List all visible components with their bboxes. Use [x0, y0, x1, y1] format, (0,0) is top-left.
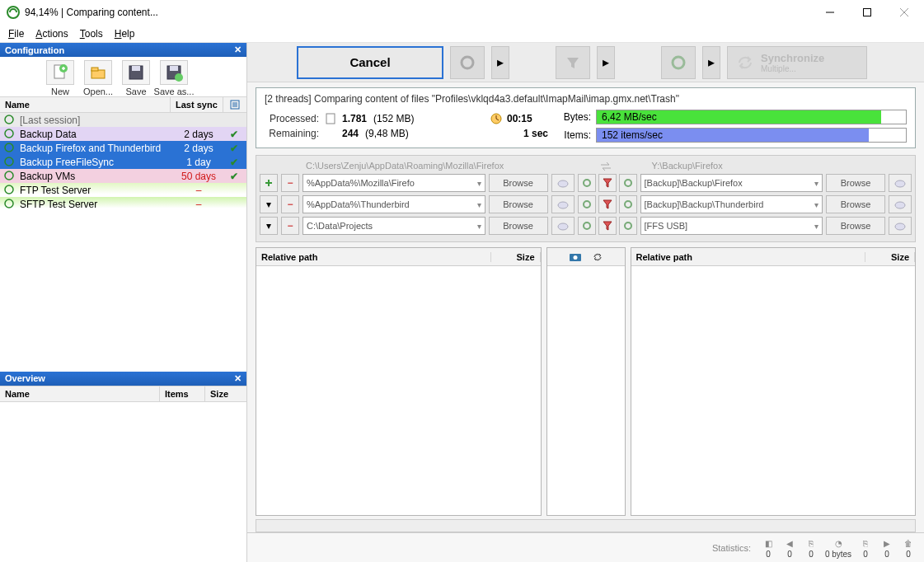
svg-point-13	[175, 73, 183, 82]
svg-rect-10	[132, 66, 140, 71]
minimize-button[interactable]	[811, 0, 848, 25]
pair-compare-button[interactable]	[578, 195, 596, 213]
pair-filter-button[interactable]	[598, 195, 617, 213]
col-name[interactable]: Name	[0, 97, 171, 112]
maximize-button[interactable]	[848, 0, 885, 25]
save-button[interactable]: Save	[119, 60, 153, 96]
left-path-combo[interactable]: %AppData%\Mozilla\Firefo	[303, 174, 485, 192]
pair-compare-button[interactable]	[578, 174, 596, 192]
cloud-left-button[interactable]	[551, 217, 575, 235]
bytes-label: Bytes:	[560, 111, 591, 123]
elapsed-time: 00:15	[507, 113, 532, 124]
file-grids: Relative pathSize Relative pathSize	[256, 247, 916, 516]
left-path-combo[interactable]: %AppData%\Thunderbird	[303, 195, 485, 213]
swap-sides-button[interactable]	[566, 159, 645, 174]
config-row[interactable]: FTP Test Server –	[0, 183, 246, 197]
stat-cell: 🗑0	[898, 536, 919, 559]
cancel-button[interactable]: Cancel	[297, 46, 443, 79]
col-last-sync[interactable]: Last sync	[171, 97, 223, 112]
ov-col-items[interactable]: Items	[160, 386, 205, 401]
sync-icon	[3, 157, 16, 168]
pair-compare-button[interactable]	[578, 217, 596, 235]
remove-pair-button[interactable]: −	[281, 174, 299, 192]
browse-left-button[interactable]: Browse	[489, 217, 548, 235]
col-relpath-left[interactable]: Relative path	[256, 252, 491, 262]
svg-rect-8	[91, 68, 98, 71]
pair-dropdown-button[interactable]: ▾	[260, 195, 278, 213]
browse-right-button[interactable]: Browse	[826, 195, 885, 213]
filter-button[interactable]	[556, 46, 590, 79]
left-path-combo[interactable]: C:\Data\Projects	[303, 217, 485, 235]
config-row[interactable]: [Last session]	[0, 113, 246, 127]
cloud-right-button[interactable]	[889, 195, 912, 213]
sync-label: Synchronize	[761, 52, 824, 64]
pair-dropdown-button[interactable]: ▾	[260, 217, 278, 235]
col-settings-icon[interactable]	[223, 97, 246, 112]
filter-dropdown[interactable]: ▸	[597, 46, 615, 79]
folder-pair-row: ▾ − C:\Data\Projects Browse [FFS USB] Br…	[260, 217, 912, 235]
pair-filter-button[interactable]	[598, 174, 617, 192]
col-relpath-right[interactable]: Relative path	[631, 252, 866, 262]
overview-close[interactable]: ✕	[234, 373, 242, 384]
add-pair-button[interactable]	[260, 174, 278, 192]
stat-icon: 🗑	[898, 536, 919, 550]
config-row[interactable]: SFTP Test Server –	[0, 197, 246, 211]
config-panel-close[interactable]: ✕	[234, 44, 242, 55]
browse-left-button[interactable]: Browse	[489, 174, 548, 192]
menubar: File Actions Tools Help	[0, 25, 924, 43]
refresh-icon[interactable]	[592, 251, 603, 263]
config-row[interactable]: Backup Firefox and Thunderbird 2 days ✔	[0, 141, 246, 155]
config-row[interactable]: Backup Data 2 days ✔	[0, 127, 246, 141]
cloud-left-button[interactable]	[551, 174, 575, 192]
menu-file[interactable]: File	[3, 26, 29, 41]
open-button[interactable]: Open...	[81, 60, 115, 96]
right-path-combo[interactable]: [FFS USB]	[640, 217, 823, 235]
config-row[interactable]: Backup FreeFileSync 1 day ✔	[0, 155, 246, 169]
pair-sync-button[interactable]	[619, 195, 637, 213]
ov-col-name[interactable]: Name	[0, 386, 160, 401]
svg-rect-2	[863, 9, 870, 16]
sync-icon	[3, 143, 16, 154]
pair-sync-button[interactable]	[619, 174, 637, 192]
middle-action-grid[interactable]	[546, 247, 626, 516]
stat-icon: ◔	[822, 536, 855, 550]
pair-filter-button[interactable]	[598, 217, 617, 235]
col-size-left[interactable]: Size	[491, 252, 541, 262]
col-size-right[interactable]: Size	[865, 252, 915, 262]
right-path-combo[interactable]: [Backup]\Backup\Thunderbird	[640, 195, 823, 213]
remaining-size: (9,48 MB)	[365, 128, 409, 139]
left-file-grid[interactable]: Relative pathSize	[256, 247, 542, 516]
config-row[interactable]: Backup VMs 50 days ✔	[0, 169, 246, 183]
cloud-right-button[interactable]	[889, 174, 912, 192]
new-button[interactable]: New	[43, 60, 77, 96]
synchronize-button[interactable]: Synchronize Multiple...	[727, 46, 867, 79]
saveas-button[interactable]: Save as...	[157, 60, 191, 96]
right-file-grid[interactable]: Relative pathSize	[631, 247, 917, 516]
ov-col-size[interactable]: Size	[205, 386, 246, 401]
camera-icon[interactable]	[569, 252, 582, 262]
svg-point-22	[558, 180, 568, 187]
browse-left-button[interactable]: Browse	[489, 195, 548, 213]
menu-tools[interactable]: Tools	[75, 26, 108, 41]
remove-pair-button[interactable]: −	[281, 195, 299, 213]
config-name: Backup Firefox and Thunderbird	[20, 143, 172, 154]
svg-point-26	[558, 202, 568, 208]
pair-sync-button[interactable]	[619, 217, 637, 235]
cloud-right-button[interactable]	[889, 217, 912, 235]
close-button[interactable]	[885, 0, 922, 25]
browse-right-button[interactable]: Browse	[826, 174, 885, 192]
browse-right-button[interactable]: Browse	[826, 217, 885, 235]
menu-actions[interactable]: Actions	[30, 26, 73, 41]
compare-dropdown[interactable]: ▸	[491, 46, 509, 79]
stat-value: 0	[757, 550, 779, 559]
sync-settings-dropdown[interactable]: ▸	[702, 46, 720, 79]
svg-rect-12	[170, 66, 178, 71]
sync-settings-button[interactable]	[661, 46, 696, 79]
menu-help[interactable]: Help	[110, 26, 140, 41]
items-bar: 152 items/sec	[596, 128, 907, 143]
compare-settings-button[interactable]	[450, 46, 485, 79]
remove-pair-button[interactable]: −	[281, 217, 299, 235]
cloud-left-button[interactable]	[551, 195, 575, 213]
horizontal-scrollbar[interactable]	[256, 519, 916, 532]
right-path-combo[interactable]: [Backup]\Backup\Firefox	[640, 174, 823, 192]
